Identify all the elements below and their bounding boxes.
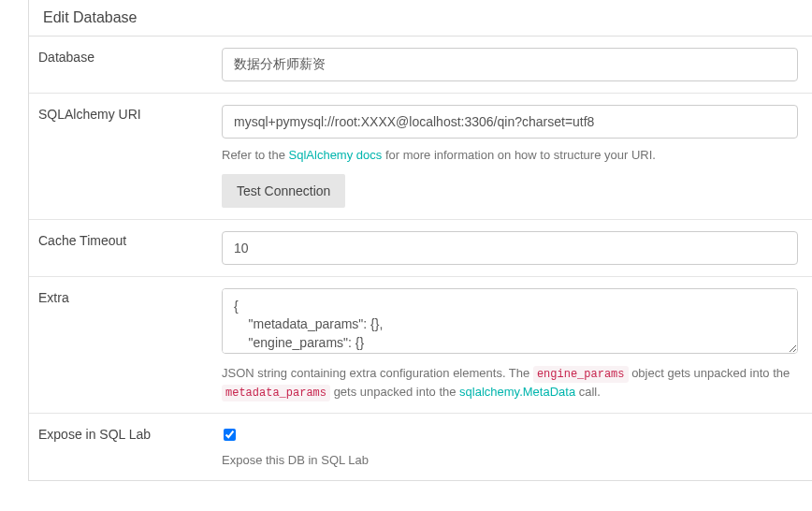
- label-database: Database: [29, 36, 222, 93]
- database-input[interactable]: [222, 48, 798, 81]
- wrap-database: [222, 36, 812, 93]
- expose-help-text: Expose this DB in SQL Lab: [222, 451, 798, 470]
- row-cache: Cache Timeout: [29, 220, 812, 277]
- extra-help-text: JSON string containing extra configurati…: [222, 364, 798, 402]
- row-uri: SQLAlchemy URI Refer to the SqlAlchemy d…: [29, 94, 812, 220]
- label-expose: Expose in SQL Lab: [29, 414, 222, 481]
- extra-help-4: call.: [575, 385, 601, 399]
- extra-help-1: JSON string containing extra configurati…: [222, 366, 533, 380]
- label-cache: Cache Timeout: [29, 220, 222, 276]
- wrap-cache: [222, 220, 812, 276]
- sqlalchemy-metadata-link[interactable]: sqlalchemy.MetaData: [459, 385, 575, 399]
- uri-help-prefix: Refer to the: [222, 148, 289, 162]
- cache-timeout-input[interactable]: [222, 231, 798, 265]
- sqlalchemy-docs-link[interactable]: SqlAlchemy docs: [289, 148, 383, 162]
- row-database: Database: [29, 36, 812, 94]
- sqlalchemy-uri-input[interactable]: [222, 105, 798, 139]
- label-extra: Extra: [29, 277, 222, 413]
- code-metadata-params: metadata_params: [222, 385, 330, 402]
- extra-help-2: object gets unpacked into the: [629, 366, 790, 380]
- extra-textarea[interactable]: [222, 288, 798, 354]
- extra-help-3: gets unpacked into the: [330, 385, 459, 399]
- wrap-extra: JSON string containing extra configurati…: [222, 277, 812, 413]
- uri-help-suffix: for more information on how to structure…: [382, 148, 656, 162]
- row-expose: Expose in SQL Lab Expose this DB in SQL …: [29, 414, 812, 481]
- label-uri: SQLAlchemy URI: [29, 94, 222, 219]
- wrap-expose: Expose this DB in SQL Lab: [222, 414, 812, 481]
- uri-help-text: Refer to the SqlAlchemy docs for more in…: [222, 146, 798, 165]
- wrap-uri: Refer to the SqlAlchemy docs for more in…: [222, 94, 812, 219]
- expose-checkbox[interactable]: [224, 429, 236, 441]
- row-extra: Extra JSON string containing extra confi…: [29, 277, 812, 414]
- code-engine-params: engine_params: [533, 366, 629, 383]
- test-connection-button[interactable]: Test Connection: [222, 174, 345, 208]
- panel-heading: Edit Database: [29, 0, 812, 36]
